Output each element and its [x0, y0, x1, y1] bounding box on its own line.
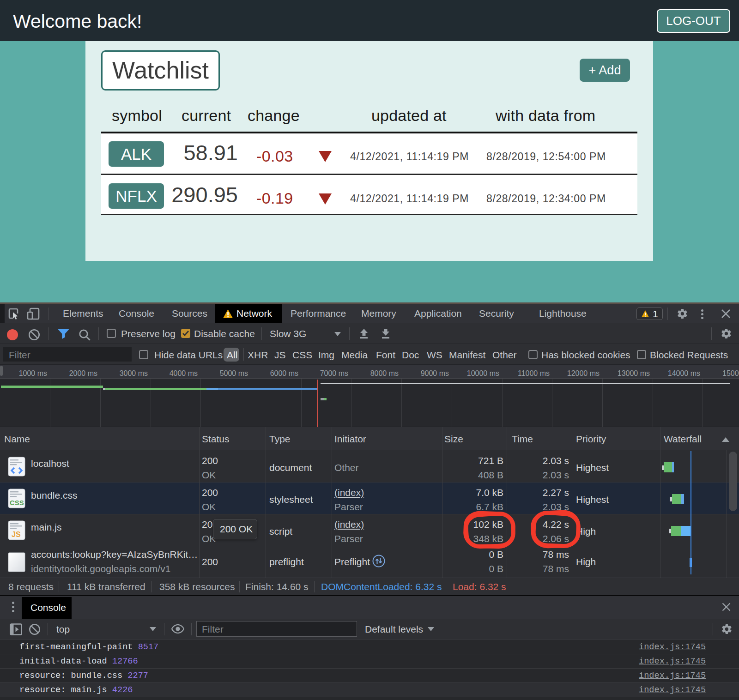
svg-text:JS: JS	[12, 531, 21, 538]
svg-text:CSS: CSS	[10, 499, 24, 507]
